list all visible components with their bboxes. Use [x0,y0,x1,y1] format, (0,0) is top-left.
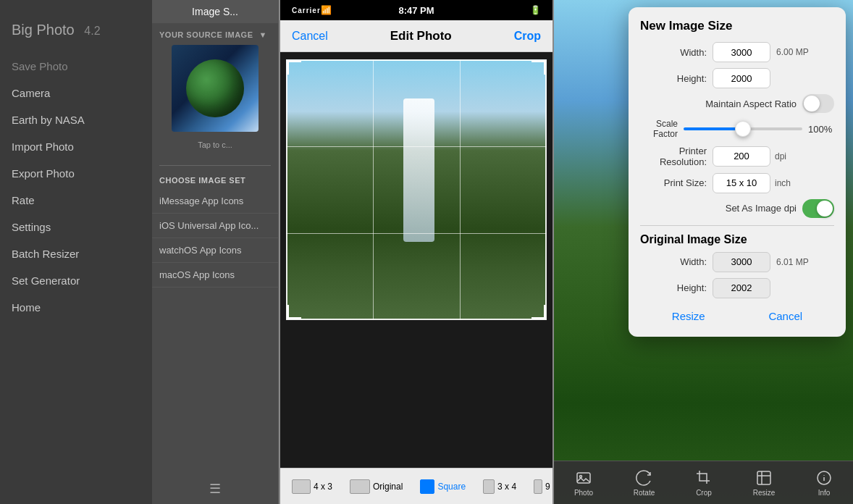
list-item-imessage[interactable]: iMessage App Icons [152,189,278,214]
modal-divider [640,225,834,226]
list-item-ios-universal[interactable]: iOS Universal App Ico... [152,214,278,238]
crop-option-9x16[interactable]: 9 x 16 [528,476,552,497]
aspect-ratio-toggle[interactable] [802,94,834,113]
toolbar-resize[interactable]: Resize [747,466,781,500]
sidebar-item-settings[interactable]: Settings [0,214,152,240]
cancel-modal-button[interactable]: Cancel [754,307,817,325]
height-label: Height: [640,73,713,84]
tap-text: Tap to c... [159,138,271,152]
panel-title: Image S... [152,0,278,23]
printer-resolution-label: Printer Resolution: [640,146,713,167]
sidebar-item-earth-by-nasa[interactable]: Earth by NASA [0,106,152,133]
toolbar-rotate[interactable]: Rotate [628,466,660,500]
resize-button[interactable]: Resize [657,307,720,325]
orig-width-input [713,252,770,272]
toolbar-info[interactable]: Info [810,466,839,500]
right-toolbar: Photo Rotate Crop Resize [554,461,853,504]
set-dpi-toggle-knob [817,201,833,217]
orig-width-label: Width: [640,256,713,267]
printer-resolution-input[interactable] [713,146,770,167]
crop-option-original[interactable]: Original [344,476,408,497]
crop-button[interactable]: Crop [514,30,541,43]
orig-height-input [713,278,770,298]
orig-height-label: Height: [640,282,713,293]
original-image-size-title: Original Image Size [640,233,834,246]
image-panel: Image S... YOUR SOURCE IMAGE ▼ Tap to c.… [152,0,279,504]
sidebar: Big Photo 4.2 Save Photo Camera Earth by… [0,0,152,504]
height-row: Height: [640,68,834,88]
crop-option-square[interactable]: Square [414,476,471,497]
width-input[interactable] [713,42,770,62]
new-image-size-title: New Image Size [640,19,834,33]
sidebar-item-save-photo[interactable]: Save Photo [0,53,152,80]
photo-icon [575,469,592,487]
crop-icon [695,469,713,487]
9x16-thumb [534,479,542,494]
choose-image-set-label: CHOOSE IMAGE SET [152,172,278,189]
resize-icon [755,469,773,487]
phone-nav-bar: Cancel Edit Photo Crop [280,20,552,52]
crop-option-4x3[interactable]: 4 x 3 [286,476,338,497]
toggle-knob [804,96,820,112]
crop-option-3x4[interactable]: 3 x 4 [477,476,522,497]
scale-slider-container [684,120,802,138]
print-size-label: Print Size: [640,177,713,188]
scale-factor-label: ScaleFactor [640,119,684,140]
dpi-unit: dpi [775,151,786,161]
toolbar-info-label: Info [818,489,831,497]
toolbar-resize-label: Resize [753,489,776,497]
orig-height-row: Height: [640,278,834,298]
print-size-input[interactable] [713,173,770,193]
sidebar-item-rate[interactable]: Rate [0,187,152,214]
crop-options-bar: 4 x 3 Original Square 3 x 4 9 x 16 [280,468,552,504]
svg-rect-2 [757,471,770,484]
list-item-macos[interactable]: macOS App Icons [152,263,278,287]
edit-photo-title: Edit Photo [390,29,452,43]
toolbar-crop-label: Crop [696,489,712,497]
time-label: 8:47 PM [398,5,434,16]
height-input[interactable] [713,68,770,88]
aspect-ratio-label: Maintain Aspect Ratio [640,98,802,109]
toolbar-photo-label: Photo [574,489,593,497]
waterfall-overlay [403,98,434,242]
orig-width-row: Width: 6.01 MP [640,252,834,272]
sidebar-item-camera[interactable]: Camera [0,80,152,106]
toolbar-photo[interactable]: Photo [568,466,599,500]
3x4-thumb [483,479,495,494]
scale-factor-row: ScaleFactor 100% [640,119,834,140]
sidebar-item-batch-resizer[interactable]: Batch Resizer [0,240,152,267]
sidebar-item-import-photo[interactable]: Import Photo [0,133,152,160]
background-landscape: New Image Size Width: 6.00 MP Height: Ma… [554,0,853,504]
hamburger-icon[interactable]: ☰ [209,481,221,497]
app-version: 4.2 [84,25,100,37]
aspect-ratio-row: Maintain Aspect Ratio [640,94,834,113]
toolbar-crop[interactable]: Crop [689,466,718,500]
cancel-button[interactable]: Cancel [292,30,328,43]
sidebar-item-home[interactable]: Home [0,294,152,321]
status-wifi-icon: 📶 [321,5,332,15]
source-thumbnail[interactable] [172,45,259,132]
crop-area[interactable] [286,59,547,320]
megapixels-new: 6.00 MP [776,47,809,57]
4x3-thumb [292,479,311,494]
width-label: Width: [640,47,713,58]
set-as-image-dpi-toggle[interactable] [802,199,834,218]
3x4-label: 3 x 4 [497,482,516,492]
print-size-row: Print Size: inch [640,173,834,193]
9x16-label: 9 x 16 [545,482,552,492]
sidebar-item-set-generator[interactable]: Set Generator [0,267,152,294]
width-row: Width: 6.00 MP [640,42,834,62]
resize-modal: New Image Size Width: 6.00 MP Height: Ma… [629,7,846,337]
list-item-watchos[interactable]: watchOS App Icons [152,238,278,263]
app-title: Big Photo 4.2 [0,14,152,53]
source-image-section: YOUR SOURCE IMAGE ▼ Tap to c... [152,23,278,159]
battery-icon: 🔋 [530,5,541,15]
set-as-image-dpi-label: Set As Image dpi [640,203,802,214]
sidebar-item-export-photo[interactable]: Export Photo [0,160,152,187]
phone-frame: Carrier 📶 8:47 PM 🔋 Cancel Edit Photo Cr… [279,0,554,504]
scale-slider-thumb[interactable] [735,121,751,137]
carrier-label: Carrier [292,7,321,14]
panel-divider [159,165,271,166]
orig-megapixels: 6.01 MP [776,257,809,267]
info-icon [815,469,833,487]
